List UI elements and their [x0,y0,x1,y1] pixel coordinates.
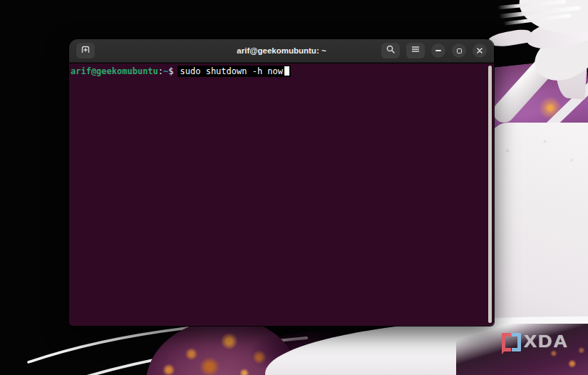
menu-button[interactable] [406,43,425,58]
command-text: sudo shutdown -h now [180,66,284,76]
prompt-separator: : [158,66,163,76]
maximize-icon [457,48,462,53]
search-icon [386,44,396,57]
close-button[interactable] [473,43,487,58]
new-tab-icon [81,44,91,57]
close-icon [476,44,483,57]
command-highlight: sudo shutdown -h now [177,66,292,77]
xda-bracket-left-icon [502,333,511,351]
titlebar[interactable]: arif@geekomubuntu: ~ [69,39,494,63]
desktop: XDA arif@geekomubuntu: ~ [0,0,588,375]
hamburger-menu-icon [411,44,421,57]
maximize-button[interactable] [452,43,466,58]
new-tab-button[interactable] [76,43,95,58]
xda-watermark: XDA [502,331,569,353]
search-button[interactable] [381,43,400,58]
prompt-user-host: arif@geekomubuntu [71,66,158,76]
window-title: arif@geekomubuntu: ~ [237,46,326,55]
xda-bracket-right-icon [512,333,521,351]
terminal-body[interactable]: arif@geekomubuntu:~$sudo shutdown -h now [69,63,494,326]
terminal-cursor [284,66,289,76]
minimize-button[interactable] [431,43,445,58]
terminal-line: arif@geekomubuntu:~$sudo shutdown -h now [71,66,484,77]
xda-logo-text: XDA [524,332,569,352]
prompt-symbol: $ [168,66,173,76]
terminal-window: arif@geekomubuntu: ~ [69,39,494,326]
terminal-scrollbar[interactable] [488,66,492,323]
minimize-icon [435,50,441,51]
